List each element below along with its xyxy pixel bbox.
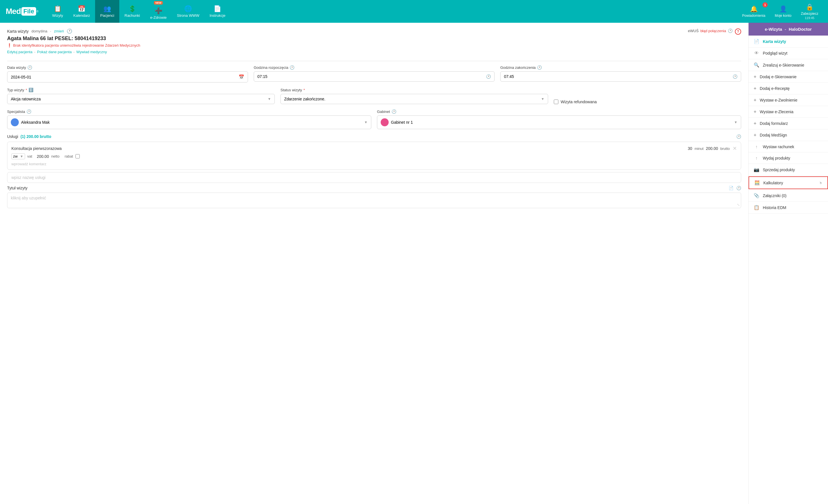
nav-item-wizyty[interactable]: 📋 Wizyty — [47, 0, 68, 23]
nav-item-instrukcje[interactable]: 📄 Instrukcje — [204, 0, 231, 23]
nav-powiadomienia[interactable]: 1 🔔 Powiadomienia — [738, 0, 769, 23]
data-clock-icon: 🕐 — [27, 65, 32, 70]
service-price-brutto: 200.00 — [706, 146, 718, 151]
sidebar-item-dodaj-e-recepte[interactable]: + Dodaj e-Receptę — [749, 83, 828, 94]
status-wizyty-select[interactable]: Zdarzenie zakończone. — [284, 97, 540, 101]
service-price-netto: 200.00 — [37, 154, 49, 159]
sidebar-item-dodaj-e-skierowanie[interactable]: + Dodaj e-Skierowanie — [749, 71, 828, 83]
gabinet-select-wrapper[interactable]: Gabinet nr 1 ▼ — [377, 116, 741, 129]
typ-required-star: * — [26, 88, 27, 92]
sidebar-label-podglad-wizyt: Podgląd wizyt — [763, 51, 787, 55]
nav-time: 119:45 — [805, 16, 814, 19]
sidebar-label-zalaczniki: Załączniki (0) — [763, 193, 786, 198]
right-sidebar: e-Wizyta - HaloDoctor 📄 Karta wizyty 👁 P… — [748, 23, 828, 504]
lock-icon: 🔒 — [806, 3, 814, 11]
status-wizyty-group: Status wizyty * Zdarzenie zakończone. ▼ — [281, 88, 548, 104]
sidebar-item-dodaj-medsign[interactable]: + Dodaj MedSign — [749, 129, 828, 141]
uslugi-section: Usługi (1) 200.00 brutto 🕐 Konsultacja p… — [7, 134, 741, 183]
edit-patient-link[interactable]: Edytuj pacjenta — [7, 50, 33, 54]
service-add-placeholder: wpisz nazwę usługi — [11, 175, 46, 180]
typ-wizyty-select[interactable]: Akcja ratownicza — [11, 97, 266, 101]
godzina-end-input[interactable]: 🕐 — [500, 72, 741, 82]
sidebar-label-dodaj-formularz: Dodaj formularz — [760, 121, 788, 126]
navbar: Med File® 📋 Wizyty 📅 Kalendarz 👥 Pacjenc… — [0, 0, 828, 23]
gab-chevron-icon: ▼ — [734, 120, 738, 124]
refundowana-checkbox-group[interactable]: Wizyta refundowana — [554, 99, 741, 104]
nav-item-pacjenci[interactable]: 👥 Pacjenci — [95, 0, 119, 23]
gabinet-select[interactable]: Gabinet nr 1 — [391, 120, 733, 125]
nav-zabezpiecz[interactable]: 🔒 Zabezpiecz 119:45 — [797, 0, 822, 23]
sidebar-item-dodaj-formularz[interactable]: + Dodaj formularz — [749, 118, 828, 129]
nav-label-strona-www: Strona WWW — [177, 13, 199, 18]
sidebar-label-wydaj-produkty: Wydaj produkty — [763, 156, 790, 161]
sidebar-item-kalkulatory[interactable]: 🧮 Kalkulatory 🖱 — [749, 176, 828, 189]
godzina-end-field[interactable] — [504, 74, 730, 79]
logo-med: Med — [6, 7, 21, 16]
karta-header-row: Karta wizyty domyślna · zmień 🕐 Agata Ma… — [7, 29, 741, 57]
vat-select-wrapper[interactable]: zw ▼ — [11, 153, 25, 159]
godzina-start-field[interactable] — [257, 74, 484, 79]
refundowana-checkbox[interactable] — [554, 99, 558, 104]
godzina-start-input[interactable]: 🕐 — [254, 72, 495, 82]
status-wizyty-select-wrapper[interactable]: Zdarzenie zakończone. ▼ — [281, 94, 548, 104]
nav-moje-konto[interactable]: 👤 Moje konto — [771, 0, 795, 23]
service-price-type-netto: netto — [51, 154, 59, 158]
godzina-start-label: Godzina rozpoczęcia 🕐 — [254, 65, 495, 70]
tytul-doc-icon: 📄 — [729, 186, 734, 190]
wywiad-link[interactable]: Wywiad medyczny — [76, 50, 107, 54]
karta-header-right: eWUŚ błąd połączenia 🕐 ? — [688, 29, 741, 35]
data-wizyty-field[interactable] — [11, 75, 236, 79]
vat-label: vat — [27, 154, 32, 158]
sidebar-item-zalaczniki[interactable]: 📎 Załączniki (0) — [749, 190, 828, 202]
service-add-row[interactable]: wpisz nazwę usługi — [7, 172, 741, 183]
nav-item-kalendarz[interactable]: 📅 Kalendarz — [68, 0, 95, 23]
sidebar-item-wystaw-rachunek[interactable]: ↑ Wystaw rachunek — [749, 141, 828, 152]
question-icon[interactable]: ? — [735, 29, 741, 35]
status-required-star: * — [303, 88, 305, 92]
nav-item-e-zdrowie[interactable]: NEW ➕ e-Zdrowie — [145, 0, 172, 23]
warning-icon: ❗ — [7, 43, 12, 47]
tytul-label: Tytuł wizyty — [7, 186, 28, 190]
sidebar-item-karta-wizyty[interactable]: 📄 Karta wizyty — [749, 36, 828, 47]
godzina-start-group: Godzina rozpoczęcia 🕐 🕐 — [254, 65, 495, 83]
notifications-badge: 1 — [762, 2, 768, 7]
service-details: 30 minut 200.00 brutto — [688, 146, 730, 151]
refundowana-group: Wizyta refundowana — [554, 99, 741, 104]
specjalista-select[interactable]: Aleksandra Mak — [21, 120, 363, 125]
service-comment-placeholder[interactable]: wprowadź komentarz — [11, 161, 46, 167]
service-close-btn[interactable]: ✕ — [733, 145, 737, 151]
karta-title: Karta wizyty — [7, 29, 29, 34]
tytul-icons: 📄 🕐 — [729, 186, 741, 190]
typ-wizyty-select-wrapper[interactable]: Akcja ratownicza ▼ — [7, 94, 275, 104]
spec-chevron-icon: ▼ — [364, 120, 368, 124]
logo[interactable]: Med File® — [6, 7, 38, 16]
vat-code: zw — [13, 154, 18, 158]
sidebar-eye-icon: 👁 — [754, 51, 759, 56]
show-patient-link[interactable]: Pokaż dane pacjenta — [37, 50, 72, 54]
tytul-header: Tytuł wizyty 📄 🕐 — [7, 186, 741, 190]
status-chevron-icon: ▼ — [541, 97, 544, 101]
sidebar-item-historia-edm[interactable]: 📋 Historia EDM — [749, 202, 828, 214]
sidebar-item-zrealizuj-e-skierowanie[interactable]: 🔍 Zrealizuj e-Skierowanie — [749, 59, 828, 71]
data-wizyty-input[interactable]: 📅 — [7, 72, 248, 83]
nav-item-rachunki[interactable]: 💲 Rachunki — [119, 0, 145, 23]
nav-item-strona-www[interactable]: 🌐 Strona WWW — [172, 0, 204, 23]
sidebar-item-wystaw-e-zlecenia[interactable]: + Wystaw e-Zlecenia — [749, 106, 828, 118]
sidebar-item-podglad-wizyt[interactable]: 👁 Podgląd wizyt — [749, 47, 828, 59]
specialist-gabinet-row: Specjalista 🕐 Aleksandra Mak ▼ Gabinet 🕐 — [7, 109, 741, 129]
sidebar-header-title: e-Wizyta — [765, 27, 782, 32]
sidebar-item-wydaj-produkty[interactable]: ↑ Wydaj produkty — [749, 152, 828, 164]
rabat-checkbox[interactable] — [76, 154, 80, 158]
karta-change-link[interactable]: zmień — [54, 29, 64, 33]
sidebar-item-sprzedaj-produkty[interactable]: 📷 Sprzedaj produkty — [749, 164, 828, 176]
gend-time-icon: 🕐 — [733, 74, 738, 79]
typ-wizyty-group: Typ wizyty * ℹ️ Akcja ratownicza ▼ — [7, 88, 275, 104]
sidebar-header-sub: HaloDoctor — [789, 27, 812, 32]
sidebar-plus-icon-2: + — [754, 86, 756, 91]
specjalista-select-wrapper[interactable]: Aleksandra Mak ▼ — [7, 116, 371, 129]
gstart-clock-icon: 🕐 — [290, 65, 294, 70]
sidebar-label-dodaj-e-recepte: Dodaj e-Receptę — [760, 86, 790, 91]
sidebar-item-wystaw-e-zwolnienie[interactable]: + Wystaw e-Zwolnienie — [749, 94, 828, 106]
nav-label-kalendarz: Kalendarz — [74, 13, 90, 18]
tytul-input[interactable]: kliknij aby uzupełnić ⤡ — [7, 192, 741, 208]
